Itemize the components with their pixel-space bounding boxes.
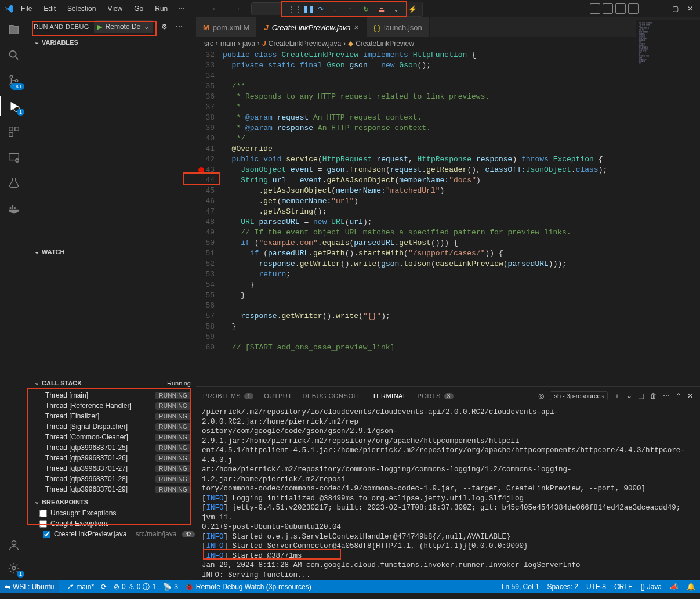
terminal-output[interactable]: /pierrick/.m2/repository/io/cloudevents/… (196, 405, 700, 580)
explorer-icon[interactable] (6, 22, 21, 37)
maximize-panel-icon[interactable]: ⌃ (676, 392, 681, 400)
callstack-thread[interactable]: Thread [main]RUNNING (28, 390, 195, 400)
callstack-thread[interactable]: Thread [Common-Cleaner]RUNNING (28, 432, 195, 442)
new-terminal-icon[interactable]: ＋ (614, 391, 621, 401)
pause-icon[interactable]: ❚❚ (303, 5, 311, 13)
step-into-icon[interactable]: ↓ (333, 5, 341, 13)
watch-section[interactable]: ⌄WATCH (28, 246, 195, 258)
close-panel-icon[interactable]: ✕ (687, 392, 693, 400)
breakpoints-body: Uncaught Exceptions Caught Exceptions Cr… (28, 508, 195, 539)
svg-point-3 (15, 80, 18, 82)
step-over-icon[interactable]: ↷ (318, 5, 326, 13)
notifications-icon[interactable]: 🔔 (687, 583, 695, 591)
more-icon[interactable]: ⋯ (176, 23, 183, 31)
svg-rect-11 (12, 207, 13, 209)
tab-ports[interactable]: PORTS3 (418, 392, 454, 399)
svg-rect-7 (9, 133, 13, 136)
tab-createlinkpreview[interactable]: JCreateLinkPreview.java× (257, 17, 366, 37)
disconnect-icon[interactable]: ⏏ (378, 5, 386, 13)
sidebar: RUN AND DEBUG ▶ Remote De ⌄ ⚙ ⋯ ⌄VARIABL… (28, 17, 196, 580)
settings-icon[interactable]: 1 (6, 561, 21, 576)
eol[interactable]: CRLF (614, 583, 632, 591)
launch-config-dropdown[interactable]: ▶ Remote De ⌄ (94, 20, 154, 33)
close-icon[interactable]: × (354, 23, 359, 32)
run-debug-icon[interactable]: 1 (6, 99, 21, 114)
encoding[interactable]: UTF-8 (586, 583, 606, 591)
callstack-thread[interactable]: Thread [Signal Dispatcher]RUNNING (28, 421, 195, 432)
callstack-thread[interactable]: Thread [qtp399683701-25]RUNNING (28, 442, 195, 453)
callstack-thread[interactable]: Thread [Finalizer]RUNNING (28, 411, 195, 421)
window-minimize-icon[interactable]: ─ (655, 3, 665, 14)
kill-terminal-icon[interactable]: 🗑 (650, 392, 657, 400)
remote-indicator[interactable]: ⇋ WSL: Ubuntu (0, 580, 59, 593)
forward-port-icon[interactable]: ◎ (538, 392, 544, 400)
panel: PROBLEMS1 OUTPUT DEBUG CONSOLE TERMINAL … (196, 386, 700, 580)
breadcrumbs[interactable]: src› main› java› J CreateLinkPreview.jav… (196, 37, 700, 50)
hot-code-replace-icon[interactable]: ⚡ (408, 5, 416, 13)
chevron-down-icon[interactable]: ⌄ (393, 5, 401, 13)
drag-handle-icon[interactable]: ⋮⋮ (288, 5, 296, 13)
callstack-thread[interactable]: Thread [qtp399683701-27]RUNNING (28, 463, 195, 474)
callstack-state: Running (167, 380, 191, 387)
restart-icon[interactable]: ↻ (363, 5, 371, 13)
gear-icon[interactable]: ⚙ (161, 23, 168, 31)
minimap[interactable]: ████ █ ███ ██ ██████ ██ █ ███ █████████ … (636, 20, 700, 345)
debug-status[interactable]: 🐞 Remote Debug Watch (3p-resources) (185, 583, 311, 591)
code-editor[interactable]: 32public class CreateLinkPreview impleme… (196, 50, 700, 386)
split-terminal-icon[interactable]: ◫ (638, 392, 644, 400)
git-sync[interactable]: ⟳ (101, 583, 107, 591)
feedback-icon[interactable]: 📣 (670, 583, 679, 591)
docker-icon[interactable] (6, 201, 21, 216)
cursor-position[interactable]: Ln 59, Col 1 (502, 583, 539, 591)
window-close-icon[interactable]: ✕ (685, 3, 695, 14)
tab-terminal[interactable]: TERMINAL (372, 392, 407, 402)
tab-debugconsole[interactable]: DEBUG CONSOLE (302, 392, 361, 399)
callstack-section[interactable]: ⌄CALL STACKRunning (28, 377, 195, 389)
callstack-thread[interactable]: Thread [qtp399683701-26]RUNNING (28, 453, 195, 463)
tab-problems[interactable]: PROBLEMS1 (203, 392, 253, 399)
testing-icon[interactable] (6, 175, 21, 190)
problems-status[interactable]: ⊘ 0 ⚠ 0 ⓘ 1 (114, 582, 156, 592)
nav-back-icon[interactable]: ← (208, 2, 222, 16)
callstack-list: Thread [main]RUNNINGThread [Reference Ha… (28, 389, 195, 496)
menu-edit[interactable]: Edit (39, 2, 60, 15)
git-branch[interactable]: ⎇ main* (66, 583, 94, 591)
callstack-thread[interactable]: Thread [qtp399683701-28]RUNNING (28, 474, 195, 484)
nav-forward-icon[interactable]: → (230, 2, 244, 16)
menu-more[interactable]: ⋯ (175, 2, 188, 15)
terminal-shell-label[interactable]: sh - 3p-resources (550, 391, 608, 400)
breakpoints-section[interactable]: ⌄BREAKPOINTS (28, 496, 195, 508)
menu-view[interactable]: View (103, 2, 127, 15)
indentation[interactable]: Spaces: 2 (547, 583, 578, 591)
tab-launch[interactable]: { }launch.json (367, 17, 430, 37)
search-icon[interactable] (6, 48, 21, 63)
menu-run[interactable]: Run (150, 2, 172, 15)
bp-uncaught[interactable]: Uncaught Exceptions (28, 508, 195, 518)
language-mode[interactable]: {} Java (640, 583, 662, 591)
debug-toolbar[interactable]: ⋮⋮ ❚❚ ↷ ↓ ↑ ↻ ⏏ ⌄ ⚡ (281, 2, 423, 17)
extensions-icon[interactable] (6, 124, 21, 139)
layout-controls[interactable] (590, 3, 639, 14)
tab-output[interactable]: OUTPUT (264, 392, 292, 399)
svg-point-1 (10, 75, 13, 78)
more-icon[interactable]: ⋯ (663, 392, 670, 400)
bp-item[interactable]: CreateLinkPreview.java src/main/java43 (28, 529, 195, 539)
variables-section[interactable]: ⌄VARIABLES (28, 36, 195, 48)
ports-status[interactable]: 📡 3 (163, 583, 178, 591)
chevron-down-icon[interactable]: ⌄ (626, 392, 632, 400)
bp-caught[interactable]: Caught Exceptions (28, 518, 195, 529)
svg-rect-6 (15, 127, 19, 131)
callstack-thread[interactable]: Thread [qtp399683701-29]RUNNING (28, 484, 195, 495)
variables-body (28, 48, 195, 246)
window-maximize-icon[interactable]: ▢ (670, 3, 680, 14)
menu-selection[interactable]: Selection (63, 2, 100, 15)
remote-explorer-icon[interactable] (6, 150, 21, 165)
source-control-icon[interactable]: 1K+ (6, 73, 21, 88)
step-out-icon[interactable]: ↑ (348, 5, 356, 13)
tab-pom[interactable]: Mpom.xml M (196, 17, 257, 37)
accounts-icon[interactable] (6, 537, 21, 553)
callstack-thread[interactable]: Thread [Reference Handler]RUNNING (28, 400, 195, 411)
menu-go[interactable]: Go (129, 2, 148, 15)
svg-rect-5 (9, 127, 13, 131)
menu-file[interactable]: File (16, 2, 37, 15)
